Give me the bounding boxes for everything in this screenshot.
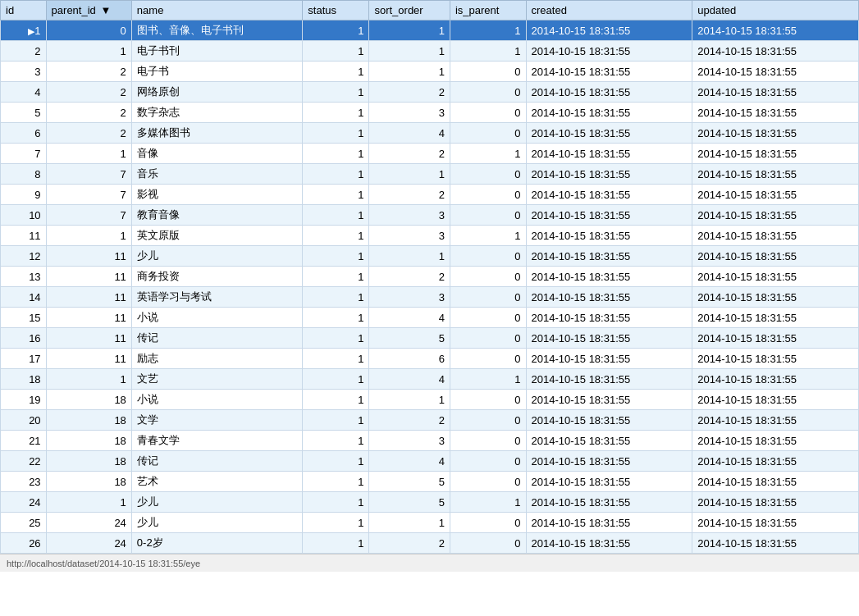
status-bar-text: http://localhost/dataset/2014-10-15 18:3… — [7, 559, 200, 568]
cell-status: 1 — [303, 328, 369, 349]
col-header-status[interactable]: status — [303, 1, 369, 21]
table-row[interactable]: 181文艺1412014-10-15 18:31:552014-10-15 18… — [1, 369, 859, 390]
cell-updated: 2014-10-15 18:31:55 — [692, 431, 859, 451]
status-bar: http://localhost/dataset/2014-10-15 18:3… — [0, 554, 859, 572]
cell-status: 1 — [303, 205, 369, 226]
cell-is-parent: 0 — [450, 390, 526, 410]
cell-id: 16 — [1, 328, 47, 349]
cell-name: 音像 — [131, 144, 303, 164]
cell-id: 26 — [1, 533, 47, 554]
table-row[interactable]: 26240-2岁1202014-10-15 18:31:552014-10-15… — [1, 533, 859, 554]
table-row[interactable]: 71音像1212014-10-15 18:31:552014-10-15 18:… — [1, 144, 859, 164]
cell-name: 艺术 — [131, 472, 303, 492]
cell-created: 2014-10-15 18:31:55 — [526, 472, 692, 492]
col-header-sort-order[interactable]: sort_order — [369, 1, 450, 21]
cell-status: 1 — [303, 185, 369, 205]
cell-sort-order: 2 — [369, 82, 450, 103]
cell-created: 2014-10-15 18:31:55 — [526, 533, 692, 554]
cell-id: ▶1 — [1, 21, 47, 41]
cell-created: 2014-10-15 18:31:55 — [526, 267, 692, 287]
cell-updated: 2014-10-15 18:31:55 — [692, 533, 859, 554]
col-header-is-parent[interactable]: is_parent — [450, 1, 526, 21]
cell-updated: 2014-10-15 18:31:55 — [692, 205, 859, 226]
cell-status: 1 — [303, 82, 369, 103]
cell-sort-order: 1 — [369, 21, 450, 41]
cell-name: 多媒体图书 — [131, 123, 303, 144]
table-row[interactable]: 241少儿1512014-10-15 18:31:552014-10-15 18… — [1, 492, 859, 513]
cell-name: 音乐 — [131, 164, 303, 185]
col-header-updated[interactable]: updated — [692, 1, 859, 21]
table-row[interactable]: 21电子书刊1112014-10-15 18:31:552014-10-15 1… — [1, 41, 859, 62]
table-row[interactable]: 52数字杂志1302014-10-15 18:31:552014-10-15 1… — [1, 103, 859, 123]
cell-sort-order: 2 — [369, 144, 450, 164]
cell-parent-id: 18 — [46, 472, 131, 492]
table-row[interactable]: 87音乐1102014-10-15 18:31:552014-10-15 18:… — [1, 164, 859, 185]
cell-sort-order: 3 — [369, 431, 450, 451]
table-row[interactable]: 1711励志1602014-10-15 18:31:552014-10-15 1… — [1, 349, 859, 369]
table-row[interactable]: 32电子书1102014-10-15 18:31:552014-10-15 18… — [1, 62, 859, 82]
cell-status: 1 — [303, 308, 369, 328]
table-row[interactable]: 111英文原版1312014-10-15 18:31:552014-10-15 … — [1, 226, 859, 246]
table-row[interactable]: 2524少儿1102014-10-15 18:31:552014-10-15 1… — [1, 513, 859, 533]
table-row[interactable]: 42网络原创1202014-10-15 18:31:552014-10-15 1… — [1, 82, 859, 103]
cell-sort-order: 3 — [369, 287, 450, 308]
cell-name: 少儿 — [131, 246, 303, 267]
table-row[interactable]: 1611传记1502014-10-15 18:31:552014-10-15 1… — [1, 328, 859, 349]
cell-name: 英文原版 — [131, 226, 303, 246]
cell-id: 21 — [1, 431, 47, 451]
cell-parent-id: 7 — [46, 164, 131, 185]
cell-created: 2014-10-15 18:31:55 — [526, 410, 692, 431]
table-row[interactable]: 2318艺术1502014-10-15 18:31:552014-10-15 1… — [1, 472, 859, 492]
cell-parent-id: 24 — [46, 513, 131, 533]
table-row[interactable]: 62多媒体图书1402014-10-15 18:31:552014-10-15 … — [1, 123, 859, 144]
cell-is-parent: 0 — [450, 472, 526, 492]
cell-is-parent: 0 — [450, 123, 526, 144]
cell-id: 13 — [1, 267, 47, 287]
cell-parent-id: 1 — [46, 41, 131, 62]
cell-parent-id: 24 — [46, 533, 131, 554]
col-header-created[interactable]: created — [526, 1, 692, 21]
cell-created: 2014-10-15 18:31:55 — [526, 185, 692, 205]
cell-sort-order: 2 — [369, 185, 450, 205]
cell-created: 2014-10-15 18:31:55 — [526, 21, 692, 41]
cell-is-parent: 1 — [450, 369, 526, 390]
cell-is-parent: 0 — [450, 349, 526, 369]
table-row[interactable]: 1311商务投资1202014-10-15 18:31:552014-10-15… — [1, 267, 859, 287]
table-row[interactable]: 2018文学1202014-10-15 18:31:552014-10-15 1… — [1, 410, 859, 431]
cell-sort-order: 2 — [369, 533, 450, 554]
table-row[interactable]: 1211少儿1102014-10-15 18:31:552014-10-15 1… — [1, 246, 859, 267]
table-row[interactable]: 1511小说1402014-10-15 18:31:552014-10-15 1… — [1, 308, 859, 328]
cell-name: 0-2岁 — [131, 533, 303, 554]
cell-id: 2 — [1, 41, 47, 62]
cell-id: 7 — [1, 144, 47, 164]
table-row[interactable]: 2218传记1402014-10-15 18:31:552014-10-15 1… — [1, 451, 859, 472]
cell-name: 电子书 — [131, 62, 303, 82]
cell-id: 25 — [1, 513, 47, 533]
cell-created: 2014-10-15 18:31:55 — [526, 62, 692, 82]
cell-created: 2014-10-15 18:31:55 — [526, 164, 692, 185]
cell-sort-order: 4 — [369, 451, 450, 472]
table-row[interactable]: 1411英语学习与考试1302014-10-15 18:31:552014-10… — [1, 287, 859, 308]
table-row[interactable]: ▶10图书、音像、电子书刊1112014-10-15 18:31:552014-… — [1, 21, 859, 41]
col-header-id[interactable]: id — [1, 1, 47, 21]
cell-status: 1 — [303, 123, 369, 144]
cell-updated: 2014-10-15 18:31:55 — [692, 246, 859, 267]
cell-updated: 2014-10-15 18:31:55 — [692, 103, 859, 123]
cell-is-parent: 1 — [450, 41, 526, 62]
cell-name: 少儿 — [131, 513, 303, 533]
cell-status: 1 — [303, 21, 369, 41]
table-row[interactable]: 107教育音像1302014-10-15 18:31:552014-10-15 … — [1, 205, 859, 226]
table-row[interactable]: 2118青春文学1302014-10-15 18:31:552014-10-15… — [1, 431, 859, 451]
cell-status: 1 — [303, 41, 369, 62]
cell-created: 2014-10-15 18:31:55 — [526, 431, 692, 451]
cell-status: 1 — [303, 267, 369, 287]
table-row[interactable]: 97影视1202014-10-15 18:31:552014-10-15 18:… — [1, 185, 859, 205]
col-header-name[interactable]: name — [131, 1, 303, 21]
col-header-parent-id[interactable]: parent_id ▼ — [46, 1, 131, 21]
cell-name: 文艺 — [131, 369, 303, 390]
cell-status: 1 — [303, 369, 369, 390]
cell-created: 2014-10-15 18:31:55 — [526, 492, 692, 513]
table-row[interactable]: 1918小说1102014-10-15 18:31:552014-10-15 1… — [1, 390, 859, 410]
cell-updated: 2014-10-15 18:31:55 — [692, 82, 859, 103]
cell-updated: 2014-10-15 18:31:55 — [692, 226, 859, 246]
